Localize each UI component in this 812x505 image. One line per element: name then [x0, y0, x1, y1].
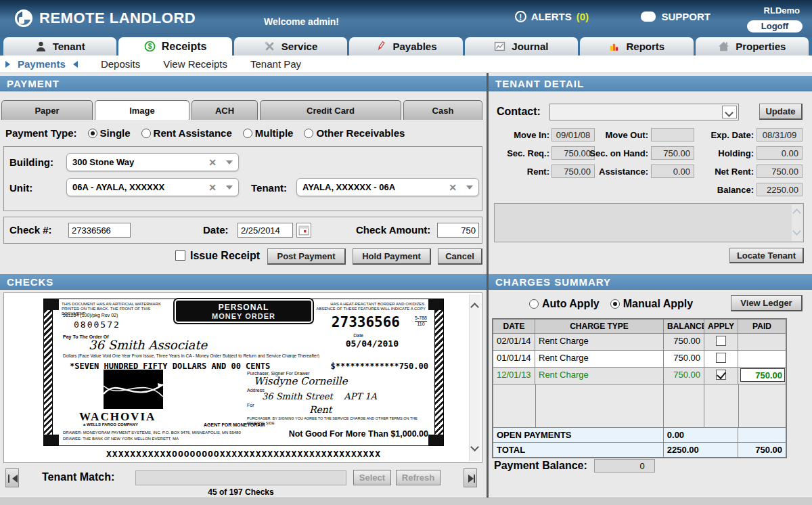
tenant-notes-box[interactable]	[494, 203, 804, 242]
clear-icon[interactable]: ✕	[449, 182, 457, 193]
charge-row-applied: 12/01/13 Rent Charge 750.00	[493, 368, 786, 385]
rent-label: Rent:	[495, 167, 549, 177]
paytab-paper[interactable]: Paper	[1, 100, 93, 120]
col-apply: APPLY	[704, 320, 738, 333]
dollar-circle-icon: $	[144, 41, 156, 52]
total-balance-value: 2250.00	[664, 443, 739, 457]
radio-other-receivables[interactable]: Other Receivables	[304, 127, 405, 139]
chevron-down-icon[interactable]	[226, 185, 233, 193]
apply-checkbox[interactable]	[716, 370, 726, 380]
issue-receipt-checkbox[interactable]	[175, 250, 185, 261]
tab-label: Reports	[626, 41, 664, 52]
total-label: TOTAL	[493, 443, 664, 457]
support-button[interactable]: SUPPORT	[641, 11, 710, 22]
subnav-active-label: Payments	[18, 58, 66, 70]
clear-icon[interactable]: ✕	[208, 157, 217, 168]
total-paid-value: 750.00	[738, 443, 786, 457]
logoff-button[interactable]: Logoff	[747, 20, 803, 32]
next-check-button[interactable]	[464, 468, 477, 487]
tab-label: Service	[281, 41, 317, 52]
sec-on-hand-value: 750.00	[651, 146, 694, 160]
radio-multiple[interactable]: Multiple	[243, 127, 294, 139]
hold-payment-button[interactable]: Hold Payment	[353, 248, 431, 265]
tenant-value: AYALA, XXXXXX - 06A	[302, 182, 449, 192]
refresh-button[interactable]: Refresh	[396, 470, 441, 485]
payment-section-header: PAYMENT	[0, 76, 487, 91]
tab-tenant[interactable]: Tenant	[3, 37, 116, 56]
col-balance: BALANCE	[664, 320, 704, 333]
move-in-label: Move In:	[495, 130, 549, 140]
calendar-picker-button[interactable]	[296, 223, 311, 238]
scroll-down-icon[interactable]	[792, 227, 801, 236]
cancel-button[interactable]: Cancel	[438, 248, 482, 265]
radio-other-icon[interactable]	[304, 129, 313, 138]
paytab-image[interactable]: Image	[95, 100, 189, 120]
radio-manual-apply-icon[interactable]	[610, 299, 620, 309]
chevron-down-icon[interactable]	[466, 185, 473, 193]
check-amount-input[interactable]	[437, 223, 479, 238]
scroll-up-icon[interactable]	[792, 208, 801, 217]
tenant-combo[interactable]: AYALA, XXXXXX - 06A ✕	[296, 178, 479, 196]
scroll-up-icon[interactable]	[470, 303, 479, 311]
check-corner	[44, 299, 59, 310]
building-combo[interactable]: 300 Stone Way ✕	[66, 153, 239, 171]
speech-bubble-icon	[641, 12, 656, 22]
dropdown-button[interactable]	[722, 106, 737, 118]
check-viewer-scrollbar[interactable]	[469, 294, 480, 461]
scroll-down-icon[interactable]	[470, 443, 479, 452]
paytab-cash[interactable]: Cash	[403, 100, 482, 120]
radio-auto-apply-icon[interactable]	[529, 299, 539, 309]
tab-journal[interactable]: Journal	[465, 37, 578, 56]
radio-auto-apply[interactable]: Auto Apply	[529, 298, 600, 310]
top-header: REMOTE LANDLORD Welcome admin! ! ALERTS …	[0, 0, 812, 37]
check-image-viewer: THIS DOCUMENT HAS AN ARTIFICIAL WATERMAR…	[3, 292, 482, 463]
paid-amount-input[interactable]	[740, 368, 785, 382]
radio-single-icon[interactable]	[88, 129, 97, 138]
charges-table: DATE CHARGE TYPE BALANCE APPLY PAID 02/0…	[492, 318, 787, 458]
apply-checkbox[interactable]	[716, 336, 726, 346]
paytab-credit-card[interactable]: Credit Card	[260, 100, 401, 120]
tab-reports[interactable]: Reports	[580, 37, 693, 56]
tab-payables[interactable]: Payables	[349, 37, 462, 56]
chevron-down-icon[interactable]	[226, 160, 233, 168]
radio-rent-assistance-icon[interactable]	[141, 129, 151, 138]
alerts-button[interactable]: ! ALERTS (0)	[515, 11, 589, 22]
for-label: For	[247, 403, 254, 408]
subnav-item-tenant-pay[interactable]: Tenant Pay	[250, 58, 301, 70]
check-info-box: Check #: Date: Check Amount:	[3, 217, 482, 244]
select-button[interactable]: Select	[353, 470, 391, 485]
col-paid: PAID	[738, 320, 786, 333]
view-ledger-button[interactable]: View Ledger	[731, 295, 803, 311]
notes-scrollbar[interactable]	[792, 204, 803, 241]
locate-tenant-button[interactable]: Locate Tenant	[729, 248, 804, 263]
clear-icon[interactable]: ✕	[208, 182, 217, 193]
radio-manual-apply[interactable]: Manual Apply	[610, 298, 693, 310]
contact-select[interactable]	[549, 104, 739, 120]
unit-combo[interactable]: 06A - AYALA, XXXXXX ✕	[66, 178, 239, 196]
assistance-label: Assistance:	[583, 167, 648, 177]
check-number-input[interactable]	[68, 223, 131, 238]
active-marker-right-icon	[70, 61, 78, 68]
tab-receipts[interactable]: $ Receipts	[118, 37, 231, 56]
radio-rent-assistance[interactable]: Rent Assistance	[141, 127, 232, 139]
subnav-item-payments[interactable]: Payments	[5, 58, 78, 70]
previous-check-button[interactable]	[5, 468, 19, 487]
paytab-ach[interactable]: ACH	[191, 100, 258, 120]
date-input[interactable]	[238, 223, 293, 238]
tab-service[interactable]: Service	[234, 37, 347, 56]
post-payment-button[interactable]: Post Payment	[267, 248, 346, 265]
check-corner	[428, 299, 443, 310]
radio-single[interactable]: Single	[88, 127, 131, 139]
tab-properties[interactable]: Properties	[696, 37, 809, 56]
subnav-item-deposits[interactable]: Deposits	[101, 58, 140, 70]
update-button[interactable]: Update	[759, 104, 803, 120]
terms-line: PURCHASER: BY SIGNING YOU AGREE TO THE S…	[247, 416, 428, 426]
subnav-item-view-receipts[interactable]: View Receipts	[163, 58, 227, 70]
person-icon	[35, 41, 47, 52]
radio-multiple-icon[interactable]	[243, 129, 252, 138]
alerts-count: (0)	[577, 11, 589, 22]
apply-checkbox[interactable]	[716, 353, 726, 363]
tenant-match-input[interactable]	[135, 470, 346, 485]
charges-summary-section-header: CHARGES SUMMARY	[489, 274, 812, 290]
check-amount-numeric: $*************750.00	[331, 361, 429, 371]
